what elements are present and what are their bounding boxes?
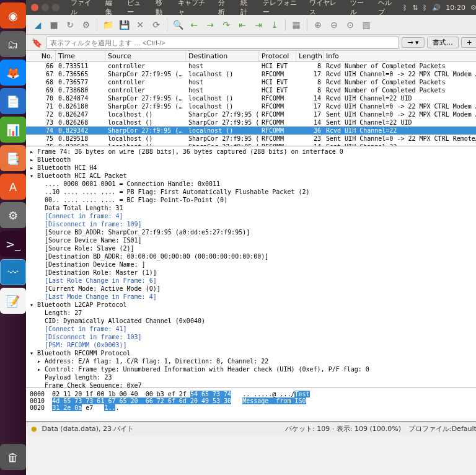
detail-line[interactable]: CID: Dynamically Allocated Channel (0x00… [30,317,476,325]
detail-line[interactable]: [Source Device Name: IS01] [30,236,476,244]
detail-line[interactable]: ▸ Address: E/A flag: 1, C/R flag: 1, Dir… [30,357,476,365]
close-button[interactable] [31,4,38,11]
detail-line[interactable]: 00.. .... .... .... = BC Flag: Point-To-… [30,196,476,204]
packet-row[interactable]: 680.736577controllerhostHCI_EVT8Rcvd Num… [26,78,476,86]
packet-details-pane[interactable]: ▸ Frame 74: 36 bytes on wire (288 bits),… [26,146,476,388]
detail-line[interactable]: ▾ Bluetooth L2CAP Protocol [30,301,476,309]
packet-list-pane[interactable]: No. Time Source Destination Protocol Len… [26,51,476,146]
detail-line[interactable]: Data Total Length: 31 [30,204,476,212]
zoom-out-icon[interactable]: ⊖ [327,18,341,32]
open-file-icon[interactable]: 📁 [101,18,115,32]
dash-icon[interactable]: ◉ [0,2,26,29]
auto-scroll-icon[interactable]: ⤓ [268,18,281,32]
detail-line[interactable]: [Connect in frame: 4] [30,212,476,220]
bluetooth-icon[interactable]: ᛒ [403,4,407,12]
header-source[interactable]: Source [105,51,186,61]
menu-go[interactable]: 移動 [152,0,172,17]
menu-edit[interactable]: 編集 [102,0,121,17]
detail-line[interactable]: ▾ Bluetooth HCI ACL Packet [30,172,476,180]
find-packet-icon[interactable]: 🔍 [171,18,185,32]
writer-icon[interactable]: 📄 [0,88,26,114]
display-filter-input[interactable] [46,37,399,49]
apply-filter-button[interactable]: → ▾ [402,37,424,48]
detail-line[interactable]: Payload length: 23 [30,373,476,381]
menu-telephony[interactable]: テレフォニー [259,0,303,17]
detail-line[interactable]: ▸ Control: Frame type: Unnumbered Inform… [30,365,476,373]
hex-row[interactable]: 0000 02 11 20 1f 00 1b 00 40 00 b3 ef 2f… [30,391,476,397]
firefox-icon[interactable]: 🦊 [0,60,26,86]
menu-view[interactable]: ビュー [123,0,149,17]
packet-bytes-pane[interactable]: 0000 02 11 20 1f 00 1b 00 40 00 b3 ef 2f… [26,388,476,422]
start-capture-icon[interactable]: ◢ [31,18,45,32]
detail-line[interactable]: [Source Role: Slave (2)] [30,244,476,252]
packet-row[interactable]: 660.733511controllerhostHCI_EVT8Rcvd Num… [26,62,476,70]
packet-row[interactable]: 710.826180SharpCor_27:f9:95 (…localhost … [26,102,476,110]
header-no[interactable]: No. [26,51,56,61]
menu-wireless[interactable]: ワイヤレス [306,0,343,17]
network-icon[interactable]: ⇅ [412,4,418,12]
menu-tools[interactable]: ツール [346,0,372,17]
capture-options-icon[interactable]: ⚙ [79,18,93,32]
go-first-icon[interactable]: ⇤ [236,18,249,32]
hex-row[interactable]: 0020 31 2e 0a e7 1... [30,404,476,411]
files-icon[interactable]: 🗂 [0,31,26,57]
detail-line[interactable]: [Destination Device Name: ] [30,260,476,269]
packet-row[interactable]: 690.738680controllerhostHCI_EVT8Rcvd Num… [26,86,476,94]
save-file-icon[interactable]: 💾 [117,18,131,32]
detail-line[interactable]: [Disconnect in frame: 103] [30,333,476,341]
zoom-in-icon[interactable]: ⊕ [311,18,325,32]
packet-row[interactable]: 740.829342SharpCor_27:f9:95 (…localhost … [26,127,476,135]
header-length[interactable]: Length [296,51,324,61]
settings-icon[interactable]: ⚙ [0,202,26,228]
volume-icon[interactable]: 🔊 [432,4,441,12]
detail-line[interactable]: ▸ Bluetooth HCI H4 [30,164,476,172]
packet-row[interactable]: 670.736565SharpCor_27:f9:95 (…localhost … [26,70,476,78]
close-file-icon[interactable]: ✕ [133,18,147,32]
wireshark-icon[interactable]: 〰 [0,259,26,285]
minimize-button[interactable] [42,4,49,11]
editor-icon[interactable]: 📝 [0,288,26,314]
detail-line[interactable]: [Disconnect in frame: 109] [30,220,476,228]
menu-analyze[interactable]: 分析 [214,0,234,17]
reload-icon[interactable]: ⟳ [149,18,163,32]
status-profile[interactable]: プロファイル:Default [408,424,476,433]
bookmark-icon[interactable]: 🔖 [30,36,43,50]
detail-line[interactable]: .... 0000 0001 0001 = Connection Handle:… [30,180,476,188]
go-forward-icon[interactable]: → [203,18,217,32]
detail-line[interactable]: [Last Mode Change in Frame: 4] [30,293,476,301]
zoom-reset-icon[interactable]: ⊙ [343,18,357,32]
header-destination[interactable]: Destination [186,51,259,61]
header-time[interactable]: Time [56,51,105,61]
hex-row[interactable]: 0010 4d 65 73 73 61 67 65 20 66 72 6f 6d… [30,397,476,404]
go-last-icon[interactable]: ⇥ [252,18,265,32]
clock[interactable]: 10:20 [446,4,465,12]
detail-line[interactable]: [PSM: RFCOMM (0x0003)] [30,341,476,349]
detail-line[interactable]: [Last Role Change in Frame: 6] [30,277,476,285]
software-icon[interactable]: A [0,174,26,200]
gear-icon[interactable]: ⚙ [470,4,476,12]
detail-line[interactable]: ▸ Frame 74: 36 bytes on wire (288 bits),… [30,148,476,156]
detail-line[interactable]: [Connect in frame: 41] [30,325,476,333]
packet-row[interactable]: 720.826247localhost ()SharpCor_27:f9:95 … [26,110,476,118]
expression-button[interactable]: 書式… [427,37,459,48]
impress-icon[interactable]: 📑 [0,145,26,171]
menu-statistics[interactable]: 統計 [237,0,257,17]
header-info[interactable]: Info [324,51,476,61]
detail-line[interactable]: [Current Mode: Active Mode (0)] [30,285,476,293]
go-to-packet-icon[interactable]: ↷ [219,18,233,32]
bluetooth2-icon[interactable]: ᛒ [423,4,427,12]
packet-row[interactable]: 700.824874SharpCor_27:f9:95 (…localhost … [26,94,476,102]
detail-line[interactable]: [Source BD_ADDR: SharpCor_27:f9:95 (a0:d… [30,228,476,236]
colorize-icon[interactable]: ▦ [289,18,303,32]
go-back-icon[interactable]: ← [187,18,201,32]
expert-info-icon[interactable]: ● [31,425,37,433]
detail-line[interactable]: [Destination Role: Master (1)] [30,269,476,277]
detail-line[interactable]: ▸ Bluetooth [30,156,476,164]
add-filter-button[interactable]: + [461,37,476,48]
packet-row[interactable]: 750.829518localhost ()SharpCor_27:f9:95 … [26,135,476,143]
trash-icon[interactable]: 🗑 [0,444,26,470]
detail-line[interactable]: Frame Check Sequence: 0xe7 [30,381,476,388]
detail-line[interactable]: Length: 27 [30,309,476,317]
menu-capture[interactable]: キャプチャ [174,0,212,17]
header-protocol[interactable]: Protocol [259,51,296,61]
